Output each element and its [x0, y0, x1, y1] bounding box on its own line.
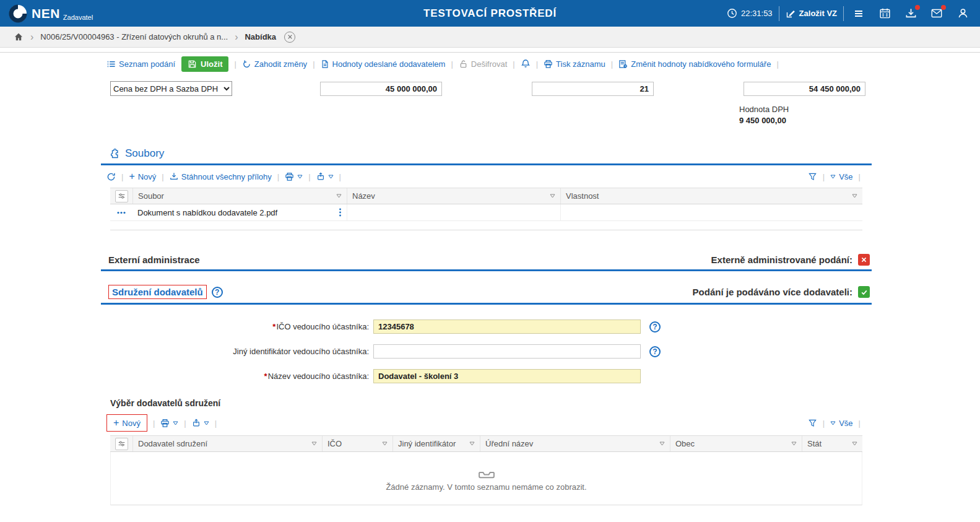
supplier-values-button[interactable]: Hodnoty odeslané dodavatelem — [321, 59, 446, 69]
user-button[interactable] — [954, 5, 971, 22]
consortium-suppliers-title: Výběr dodavatelů sdružení — [110, 398, 872, 408]
menu-button[interactable] — [850, 5, 867, 22]
new-file-button[interactable]: + Nový — [129, 172, 156, 181]
form-edit-icon — [618, 59, 628, 69]
suppliers-table: Dodavatel sdružení IČO Jiný identifikáto… — [110, 435, 862, 505]
vat-rate-input[interactable] — [532, 82, 654, 96]
environment-title: TESTOVACÍ PROSTŘEDÍ — [423, 7, 557, 20]
breadcrumb-chevron-icon: › — [235, 32, 238, 42]
notification-dot — [941, 5, 946, 10]
export-menu-button[interactable] — [192, 419, 209, 427]
plus-icon: + — [113, 418, 119, 428]
external-admin-header: Externí administrace Externě administrov… — [101, 254, 872, 266]
column-filter-icon[interactable] — [659, 442, 665, 446]
help-icon[interactable]: ? — [649, 321, 661, 333]
nen-logo[interactable]: NEN Zadavatel — [9, 4, 93, 23]
view-all-button[interactable]: Vše — [830, 172, 852, 181]
notification-dot — [915, 5, 920, 10]
dropdown-triangle-icon — [830, 175, 836, 179]
close-tab-icon[interactable] — [284, 32, 295, 43]
column-filter-icon[interactable] — [791, 442, 797, 446]
price-type-select[interactable]: Cena bez DPH a Sazba DPH — [110, 81, 232, 96]
create-vz-button[interactable]: Založit VZ — [786, 9, 837, 19]
consortium-yes-checkbox[interactable] — [858, 286, 870, 298]
file-table-row[interactable]: Dokument s nabídkou dodavatele 2.pdf — [110, 204, 862, 221]
form-row-ico: *IČO vedoucího účastníka: ? — [101, 320, 872, 334]
printer-icon — [160, 419, 170, 428]
suppliers-toolbar: + Nový | | | | Vše | — [101, 411, 872, 435]
clock-icon — [727, 8, 737, 19]
filter-button[interactable] — [808, 419, 817, 428]
row-menu-dots-icon[interactable] — [117, 211, 126, 214]
logo-subtitle: Zadavatel — [63, 14, 93, 21]
save-icon — [188, 59, 197, 69]
document-icon — [321, 59, 329, 69]
table-settings-button[interactable] — [115, 190, 128, 202]
other-id-label: Jiný identifikátor vedoucího účastníka: — [101, 347, 373, 356]
save-button[interactable]: Uložit — [181, 56, 228, 72]
column-filter-icon[interactable] — [550, 194, 555, 198]
help-icon[interactable]: ? — [649, 346, 661, 357]
downloads-button[interactable] — [902, 5, 919, 22]
column-filter-icon[interactable] — [336, 194, 342, 198]
other-id-input[interactable] — [373, 344, 641, 359]
column-filter-icon[interactable] — [311, 442, 317, 446]
new-supplier-button[interactable]: + Nový — [106, 414, 147, 432]
view-all-button[interactable]: Vše — [830, 419, 852, 428]
column-header-nazev: Název — [352, 191, 375, 201]
menu-icon — [853, 9, 864, 19]
download-all-attachments-button[interactable]: Stáhnout všechny přílohy — [170, 172, 272, 181]
filter-button[interactable] — [808, 172, 817, 181]
ico-input[interactable] — [373, 320, 641, 334]
files-toolbar: | + Nový | Stáhnout všechny přílohy | | … — [101, 165, 872, 188]
files-section-title: Soubory — [125, 147, 164, 160]
dropdown-triangle-icon — [328, 175, 334, 179]
sliders-icon — [118, 440, 126, 448]
section-divider — [101, 269, 872, 271]
column-header-soubor: Soubor — [138, 191, 164, 201]
consortium-form: *IČO vedoucího účastníka: ? Jiný identif… — [101, 320, 872, 383]
consortium-title: Sdružení dodavatelů — [112, 287, 203, 297]
required-marker: * — [264, 372, 267, 381]
help-icon[interactable]: ? — [212, 287, 223, 298]
external-admin-no-checkbox[interactable] — [858, 254, 870, 266]
print-record-button[interactable]: Tisk záznamu — [544, 59, 605, 69]
column-filter-icon[interactable] — [469, 442, 475, 446]
price-without-vat-input[interactable] — [320, 82, 442, 96]
vat-amount-label: Hodnota DPH — [739, 105, 861, 114]
dropdown-triangle-icon — [297, 175, 303, 179]
home-icon[interactable] — [14, 32, 24, 41]
column-filter-icon[interactable] — [382, 442, 388, 446]
row-more-icon[interactable] — [339, 208, 342, 217]
export-icon — [192, 419, 201, 427]
plus-icon: + — [129, 172, 134, 181]
files-table: Soubor Název Vlastnost Dokument s nabídk… — [110, 188, 862, 230]
change-form-values-button[interactable]: Změnit hodnoty nabídkového formuláře — [618, 59, 771, 69]
seznam-podani-button[interactable]: Seznam podání — [106, 59, 175, 69]
print-menu-button[interactable] — [160, 419, 178, 428]
record-toolbar: Seznam podání Uložit | Zahodit změny | H… — [0, 52, 980, 75]
leader-name-label: *Název vedoucího účastníka: — [101, 372, 373, 381]
breadcrumb-item[interactable]: N006/25/V00004963 - Zřízení datových okr… — [40, 32, 228, 41]
column-filter-icon[interactable] — [852, 194, 857, 198]
calendar-button[interactable] — [876, 5, 893, 22]
file-name[interactable]: Dokument s nabídkou dodavatele 2.pdf — [137, 208, 277, 217]
refresh-button[interactable] — [106, 172, 116, 181]
column-filter-icon[interactable] — [852, 442, 857, 446]
discard-changes-button[interactable]: Zahodit změny — [242, 59, 307, 69]
price-with-vat-input[interactable] — [744, 82, 865, 96]
leader-name-input[interactable] — [373, 369, 641, 383]
page-content: Cena bez DPH a Sazba DPH Hodnota DPH 9 4… — [101, 81, 872, 505]
user-icon — [957, 7, 969, 19]
top-header: NEN Zadavatel TESTOVACÍ PROSTŘEDÍ 22:31:… — [0, 0, 980, 27]
messages-button[interactable] — [928, 5, 945, 22]
ico-label: *IČO vedoucího účastníka: — [101, 322, 373, 331]
print-menu-button[interactable] — [285, 172, 303, 181]
notifications-button[interactable] — [521, 59, 531, 69]
breadcrumb-current: Nabídka — [245, 32, 276, 41]
breadcrumb-chevron-icon: › — [30, 32, 33, 42]
list-icon — [106, 59, 116, 69]
divider — [779, 6, 779, 21]
export-menu-button[interactable] — [316, 172, 334, 181]
table-settings-button[interactable] — [115, 438, 128, 450]
